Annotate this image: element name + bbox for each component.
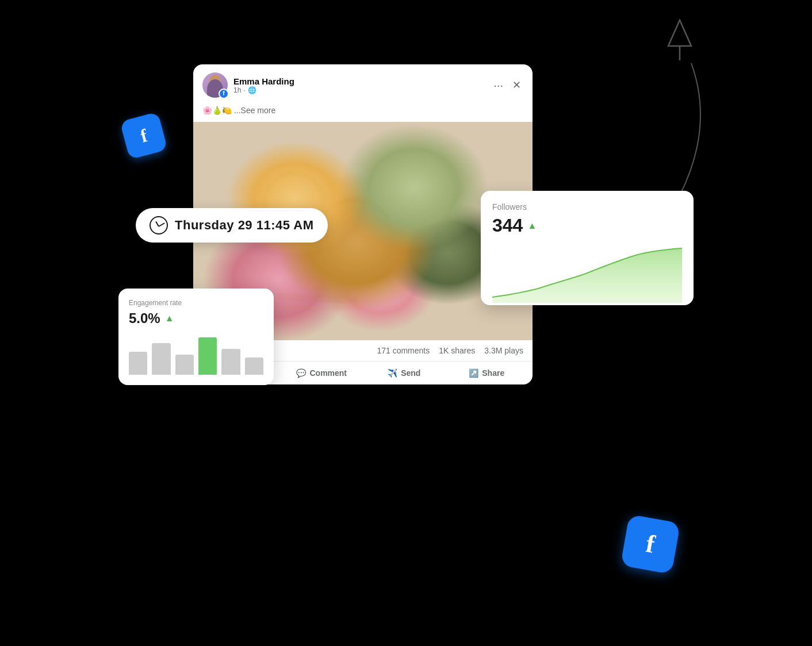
chart-bar <box>175 355 194 375</box>
followers-label: Followers <box>492 202 682 212</box>
followers-area-chart <box>492 245 682 303</box>
close-button[interactable]: ✕ <box>510 76 523 94</box>
post-header: f Emma Harding 1h · 🌐 ··· ✕ <box>193 64 533 106</box>
schedule-text: Thursday 29 11:45 AM <box>175 218 314 233</box>
fb-page-badge: f <box>219 89 229 99</box>
chart-bar <box>198 337 217 375</box>
engagement-count-row: 5.0% ▲ <box>129 310 263 326</box>
post-meta: Emma Harding 1h · 🌐 <box>233 76 485 94</box>
comment-label: Comment <box>309 368 347 378</box>
clock-icon <box>150 216 168 234</box>
fb-f-letter-1: f <box>139 126 150 145</box>
post-time-value: 1h <box>233 86 241 94</box>
chart-bar <box>152 343 170 375</box>
stats-right: 171 comments 1K shares 3.3M plays <box>377 346 523 355</box>
share-button[interactable]: ↗️ Share <box>446 364 528 382</box>
chart-bar <box>221 349 240 375</box>
engagement-value: 5.0% <box>129 310 160 326</box>
engagement-label: Engagement rate <box>129 299 263 307</box>
more-options-button[interactable]: ··· <box>491 77 505 93</box>
clock-minute-hand <box>159 222 165 227</box>
followers-number: 344 <box>492 215 523 236</box>
post-time: 1h · 🌐 <box>233 86 485 94</box>
send-label: Send <box>401 368 420 378</box>
engagement-card: Engagement rate 5.0% ▲ <box>118 289 274 385</box>
post-caption: 🌸🍐🍋 ...See more <box>193 106 533 122</box>
time-separator: · <box>243 86 245 94</box>
svg-point-7 <box>369 148 455 234</box>
send-icon: ✈️ <box>388 368 397 378</box>
fb-f-letter-2: f <box>644 531 657 557</box>
comment-icon: 💬 <box>296 368 306 378</box>
engagement-bar-chart <box>129 334 263 375</box>
followers-trend-icon: ▲ <box>527 221 537 231</box>
facebook-icon-badge-2: f <box>621 514 680 574</box>
facebook-icon-badge-1: f <box>120 111 167 159</box>
fb-badge-letter: f <box>223 91 224 97</box>
followers-count-row: 344 ▲ <box>492 215 682 236</box>
chart-bar <box>129 352 147 375</box>
comment-button[interactable]: 💬 Comment <box>281 364 363 382</box>
shares-count: 1K shares <box>439 346 475 355</box>
schedule-pill: Thursday 29 11:45 AM <box>136 208 328 243</box>
engagement-trend-icon: ▲ <box>165 313 174 324</box>
caption-text: 🌸🍐🍋 <box>202 106 234 115</box>
chart-bar <box>245 357 263 375</box>
share-label: Share <box>482 368 504 378</box>
send-button[interactable]: ✈️ Send <box>363 364 446 382</box>
share-icon: ↗️ <box>469 368 478 378</box>
plays-count: 3.3M plays <box>484 346 523 355</box>
followers-card: Followers 344 ▲ <box>481 191 694 305</box>
post-actions: ··· ✕ <box>491 76 523 94</box>
post-author-name: Emma Harding <box>233 76 485 86</box>
privacy-icon: 🌐 <box>248 86 256 94</box>
comments-count: 171 comments <box>377 346 430 355</box>
avatar-container: f <box>202 72 228 98</box>
see-more-link[interactable]: ...See more <box>234 106 275 115</box>
svg-point-8 <box>317 199 392 274</box>
